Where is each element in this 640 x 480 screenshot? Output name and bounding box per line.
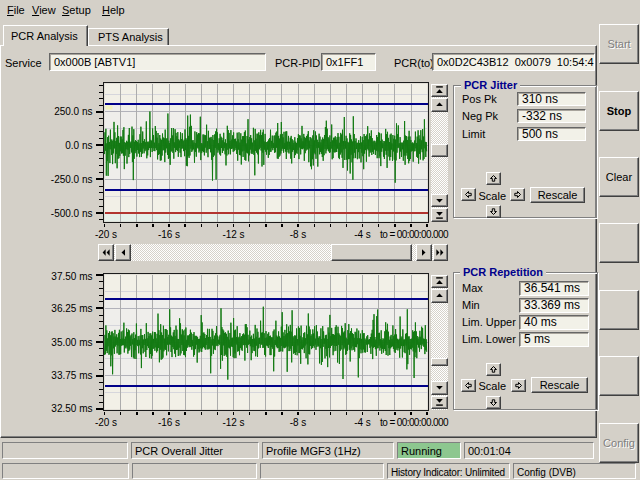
svg-text:33.75 ms: 33.75 ms xyxy=(51,370,92,381)
svg-text:37.50 ms: 37.50 ms xyxy=(51,271,92,282)
svg-text:250.0 ns: 250.0 ns xyxy=(54,106,92,117)
svg-text:-20 s: -20 s xyxy=(95,229,117,240)
svg-text:-12 s: -12 s xyxy=(222,417,244,428)
svg-text:to = 00:00:00.000: to = 00:00:00.000 xyxy=(380,417,449,428)
svg-text:-250.0 ns: -250.0 ns xyxy=(51,174,93,185)
svg-text:-12 s: -12 s xyxy=(222,229,244,240)
svg-text:-8 s: -8 s xyxy=(290,229,307,240)
svg-text:32.50 ms: 32.50 ms xyxy=(51,403,92,414)
svg-text:-4 s: -4 s xyxy=(354,417,371,428)
svg-text:0.0 ns: 0.0 ns xyxy=(65,140,92,151)
svg-text:35.00 ms: 35.00 ms xyxy=(51,337,92,348)
svg-text:-500.0 ns: -500.0 ns xyxy=(51,208,93,219)
svg-text:-20 s: -20 s xyxy=(95,417,117,428)
svg-text:-16 s: -16 s xyxy=(158,417,180,428)
svg-text:-4 s: -4 s xyxy=(354,229,371,240)
svg-text:-8 s: -8 s xyxy=(290,417,307,428)
svg-text:-16 s: -16 s xyxy=(158,229,180,240)
svg-text:36.25 ms: 36.25 ms xyxy=(51,303,92,314)
svg-text:to = 00:00:00.000: to = 00:00:00.000 xyxy=(380,229,449,240)
